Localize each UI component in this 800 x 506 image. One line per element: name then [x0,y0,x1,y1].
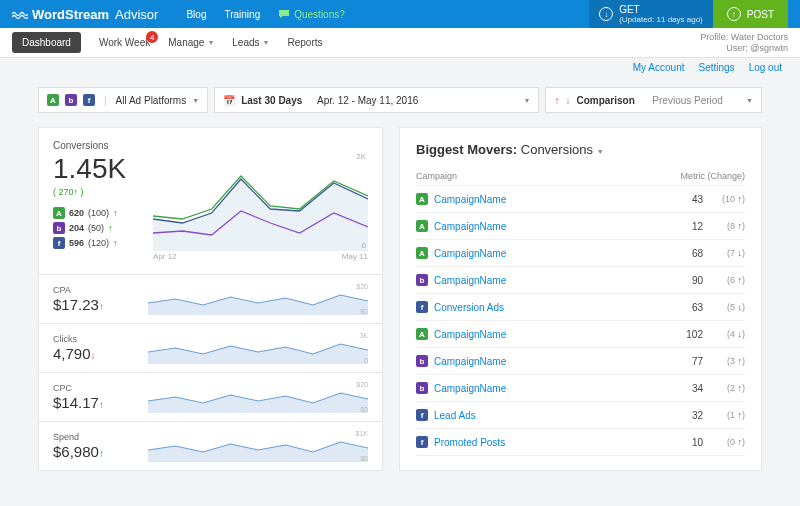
nav-leads[interactable]: Leads ▼ [232,37,269,48]
facebook-chip: f [53,237,65,249]
metric-value: $17.23↑ [53,296,148,313]
link-settings[interactable]: Settings [698,62,734,73]
link-myaccount[interactable]: My Account [633,62,685,73]
metric-value: 63 [663,302,703,313]
chevron-down-icon: ▼ [524,97,531,104]
metric-change: (4 ↓) [703,329,745,339]
metric-row[interactable]: CPA$17.23↑$20$0 [39,274,382,323]
platform-chip: f [416,301,428,313]
up-arrow-icon: ↑ [113,208,118,218]
table-row: bCampaignName90(6 ↑) [416,267,745,294]
metric-change: (6 ↑) [703,275,745,285]
link-questions[interactable]: Questions? [278,9,345,20]
platform-chip: b [416,274,428,286]
metric-row[interactable]: Clicks4,790↓3K0 [39,323,382,372]
filter-date[interactable]: 📅Last 30 Days Apr. 12 - May 11, 2016▼ [214,87,539,113]
metric-value: 4,790↓ [53,345,148,362]
up-arrow-icon: ↑ [99,399,104,410]
platform-chip: f [416,409,428,421]
nav-workweek[interactable]: Work Week4 [99,37,150,48]
campaign-link[interactable]: CampaignName [434,194,663,205]
campaign-link[interactable]: CampaignName [434,221,663,232]
link-logout[interactable]: Log out [749,62,782,73]
table-row: ACampaignName12(8 ↑) [416,213,745,240]
chevron-down-icon: ▼ [207,39,214,46]
sparkline: 3K0 [148,332,368,364]
chevron-down-icon: ▼ [263,39,270,46]
sparkline: $1K$0 [148,430,368,462]
down-arrow-icon: ↓ [91,350,96,361]
campaign-link[interactable]: CampaignName [434,356,663,367]
up-arrow-icon: ↑ [99,301,104,312]
conversions-card: Conversions 1.45K ( 270↑ ) A 620 (100) ↑… [39,128,382,274]
platform-chip: b [416,382,428,394]
metric-change: (0 ↑) [703,437,745,447]
metric-change: (2 ↑) [703,383,745,393]
get-button[interactable]: ↓ GET(Updated: 11 days ago) [589,0,713,28]
campaign-link[interactable]: Lead Ads [434,410,663,421]
metric-value: 32 [663,410,703,421]
metric-value: 77 [663,356,703,367]
conversions-label: Conversions [53,140,368,151]
get-label: GET [619,4,703,15]
get-sub: (Updated: 11 days ago) [619,15,703,24]
sparkline: $20$0 [148,283,368,315]
adwords-chip: A [53,207,65,219]
campaign-link[interactable]: Conversion Ads [434,302,663,313]
nav-reports[interactable]: Reports [288,37,323,48]
metric-change: (1 ↑) [703,410,745,420]
table-row: ACampaignName43(10 ↑) [416,186,745,213]
campaign-link[interactable]: CampaignName [434,329,663,340]
chevron-down-icon: ▼ [746,97,753,104]
metric-value: 12 [663,221,703,232]
campaign-link[interactable]: Promoted Posts [434,437,663,448]
campaign-link[interactable]: CampaignName [434,383,663,394]
nav-manage[interactable]: Manage ▼ [168,37,214,48]
table-row: ACampaignName102(4 ↓) [416,321,745,348]
badge-count: 4 [146,31,158,43]
account-info: Profile: Water DoctorsUser: @sgnwtn [700,32,788,54]
metric-row[interactable]: CPC$14.17↑$20$0 [39,372,382,421]
metric-change: (7 ↓) [703,248,745,258]
metric-value: 10 [663,437,703,448]
table-row: ACampaignName68(7 ↓) [416,240,745,267]
campaign-link[interactable]: CampaignName [434,248,663,259]
metric-value: 43 [663,194,703,205]
platform-chip: A [416,328,428,340]
platform-chip: b [416,355,428,367]
post-button[interactable]: ↑ POST [713,0,788,28]
filter-comparison[interactable]: ↑↓ Comparison Previous Period ▼ [545,87,762,113]
brand-name: WordStream [32,7,109,22]
calendar-icon: 📅 [223,95,235,106]
platform-chip: A [416,247,428,259]
table-header: CampaignMetric (Change) [416,167,745,186]
campaign-link[interactable]: CampaignName [434,275,663,286]
up-arrow-icon: ↑ [113,238,118,248]
post-label: POST [747,9,774,20]
movers-title[interactable]: Biggest Movers: Conversions ▼ [416,142,745,157]
link-training[interactable]: Training [224,9,260,20]
link-blog[interactable]: Blog [186,9,206,20]
filter-platforms[interactable]: Abf |All Ad Platforms ▼ [38,87,208,113]
metric-change: (5 ↓) [703,302,745,312]
metric-change: (10 ↑) [703,194,745,204]
sparkline: $20$0 [148,381,368,413]
table-row: bCampaignName77(3 ↑) [416,348,745,375]
header-links: Blog Training Questions? [186,9,344,20]
platform-chip: A [416,220,428,232]
filter-bar: Abf |All Ad Platforms ▼ 📅Last 30 Days Ap… [0,77,800,127]
logo[interactable]: WordStreamAdvisor [12,7,158,22]
upload-icon: ↑ [727,7,741,21]
table-row: bCampaignName34(2 ↑) [416,375,745,402]
metric-value: 34 [663,383,703,394]
metric-change: (3 ↑) [703,356,745,366]
chevron-down-icon: ▼ [192,97,199,104]
nav-dashboard[interactable]: Dashboard [12,32,81,53]
metric-row[interactable]: Spend$6,980↑$1K$0 [39,421,382,470]
up-arrow-icon: ↑ [108,223,113,233]
metric-value: 68 [663,248,703,259]
metric-label: Clicks [53,334,148,344]
table-row: fPromoted Posts10(0 ↑) [416,429,745,456]
account-links: My Account Settings Log out [0,58,800,77]
adwords-chip: A [47,94,59,106]
